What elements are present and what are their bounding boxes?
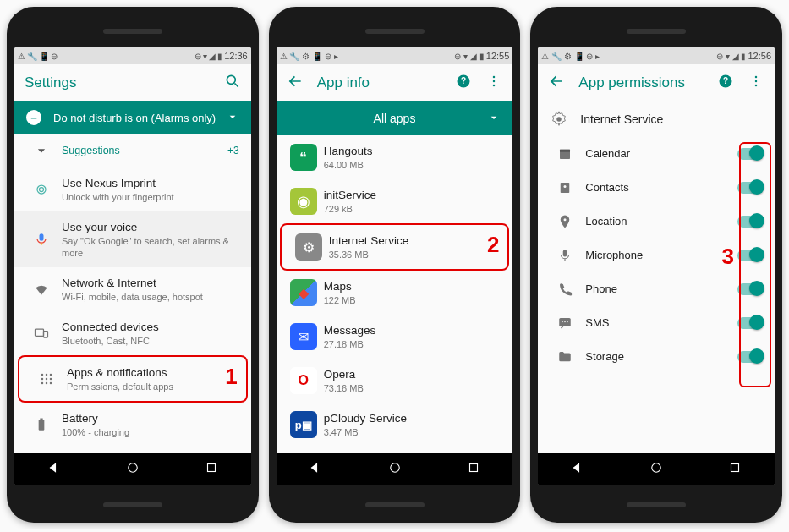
- recents-button[interactable]: [466, 460, 481, 479]
- permission-location[interactable]: Location: [538, 205, 775, 239]
- home-button[interactable]: [387, 460, 403, 479]
- settings-list: Suggestions +3 Use Nexus ImprintUnlock w…: [14, 134, 251, 453]
- app-item-maps[interactable]: ◆ Maps122 MB: [277, 271, 513, 315]
- recents-button[interactable]: [727, 460, 742, 479]
- back-button[interactable]: [570, 460, 585, 479]
- page-title: Settings: [25, 74, 211, 91]
- dnd-banner[interactable]: − Do not disturb is on (Alarms only): [14, 101, 251, 134]
- dnd-icon: ⊖: [51, 52, 58, 61]
- back-button[interactable]: [308, 460, 323, 479]
- android-icon: ◉: [290, 188, 317, 215]
- phone-2: ⚠ 🔧 ⚙ 📱 ⊖ ▸ ⊖ ▾ ◢ ▮ 12:55 App info ? All…: [269, 7, 521, 523]
- help-icon[interactable]: ?: [455, 73, 472, 93]
- svg-rect-6: [36, 329, 44, 336]
- settings-item-battery[interactable]: Battery100% - charging: [14, 403, 251, 447]
- svg-rect-50: [731, 464, 739, 472]
- svg-point-24: [129, 463, 138, 473]
- battery-icon: ▮: [217, 52, 222, 61]
- permission-calendar[interactable]: Calendar: [538, 137, 775, 171]
- suggestions-count: +3: [227, 145, 239, 156]
- app-bar: App info ?: [277, 64, 513, 101]
- permission-contacts[interactable]: Contacts: [538, 171, 775, 205]
- svg-text:?: ?: [461, 76, 466, 85]
- home-button[interactable]: [125, 460, 140, 479]
- home-button[interactable]: [649, 460, 664, 479]
- permission-microphone[interactable]: Microphone: [538, 239, 775, 272]
- svg-rect-25: [208, 464, 216, 472]
- app-item-opera[interactable]: O Opera73.16 MB: [277, 359, 513, 403]
- svg-point-28: [493, 75, 496, 78]
- settings-item-apps[interactable]: Apps & notificationsPermissions, default…: [18, 355, 248, 403]
- permission-sms[interactable]: SMS: [538, 306, 775, 340]
- app-item-internet-service[interactable]: ⚙ Internet Service35.36 MB 2: [280, 223, 510, 271]
- settings-item-imprint[interactable]: Use Nexus ImprintUnlock with your finger…: [14, 167, 251, 211]
- pcloudy-icon: p▣: [290, 411, 317, 438]
- back-icon[interactable]: [548, 73, 565, 93]
- nav-bar: [538, 453, 775, 485]
- svg-point-8: [41, 374, 44, 376]
- wifi-icon: ▾: [203, 52, 207, 61]
- toggle-switch[interactable]: [737, 317, 763, 329]
- permission-storage[interactable]: Storage: [538, 340, 775, 374]
- help-icon[interactable]: ?: [717, 73, 734, 93]
- svg-point-38: [557, 117, 562, 122]
- suggestions-row[interactable]: Suggestions +3: [14, 134, 251, 167]
- permission-phone[interactable]: Phone: [538, 272, 775, 306]
- toggle-switch[interactable]: [737, 148, 763, 160]
- svg-rect-44: [563, 250, 567, 256]
- dnd-icon: ⊖: [195, 52, 201, 61]
- chevron-down-icon: [487, 111, 501, 127]
- gear-icon: ⚙: [295, 233, 322, 261]
- svg-rect-7: [44, 332, 48, 338]
- recents-button[interactable]: [204, 460, 219, 479]
- app-item-hangouts[interactable]: ❝ Hangouts64.00 MB: [277, 135, 513, 179]
- app-name: Internet Service: [580, 112, 663, 126]
- overflow-icon[interactable]: [748, 73, 764, 93]
- back-icon[interactable]: [287, 73, 304, 93]
- settings-item-devices[interactable]: Connected devicesBluetooth, Cast, NFC: [14, 311, 251, 355]
- hangouts-icon: ❝: [290, 144, 317, 171]
- nav-bar: [14, 453, 251, 485]
- app-bar: App permissions ?: [538, 64, 775, 101]
- clock: 12:36: [224, 51, 248, 61]
- overflow-icon[interactable]: [485, 73, 502, 93]
- toggle-switch[interactable]: [737, 283, 763, 295]
- page-title: App info: [317, 74, 442, 91]
- tools-icon: 🔧: [27, 52, 37, 61]
- app-item-messages[interactable]: ✉ Messages27.18 MB: [277, 315, 513, 359]
- svg-line-1: [234, 83, 238, 86]
- app-list: ❝ Hangouts64.00 MB ◉ initService729 kB ⚙…: [277, 135, 513, 453]
- app-item-initservice[interactable]: ◉ initService729 kB: [277, 179, 513, 223]
- annotation-3: 3: [722, 244, 734, 270]
- warning-icon: ⚠: [18, 52, 25, 61]
- search-icon[interactable]: [224, 73, 241, 93]
- svg-point-48: [567, 321, 569, 323]
- svg-rect-4: [40, 233, 44, 240]
- suggestions-label: Suggestions: [62, 144, 227, 157]
- settings-item-network[interactable]: Network & InternetWi-Fi, mobile, data us…: [14, 267, 251, 311]
- settings-item-voice[interactable]: Use your voiceSay "Ok Google" to search,…: [14, 211, 251, 267]
- phone-1: ⚠ 🔧 📱 ⊖ ⊖ ▾ ◢ ▮ 12:36 Settings − Do not …: [7, 7, 259, 523]
- svg-point-42: [564, 185, 567, 188]
- svg-rect-32: [469, 464, 477, 472]
- apps-icon: [31, 370, 62, 387]
- settings-item-display[interactable]: DisplayWallpaper, sleep, font size: [14, 447, 251, 453]
- all-apps-dropdown[interactable]: All apps: [277, 101, 513, 135]
- clock: 12:55: [486, 51, 510, 61]
- toggle-switch[interactable]: [737, 351, 763, 363]
- annotation-2: 2: [487, 232, 499, 258]
- signal-icon: ◢: [209, 52, 216, 61]
- svg-point-10: [50, 374, 52, 376]
- permissions-list: Internet Service Calendar Contacts Locat…: [538, 101, 775, 453]
- toggle-switch[interactable]: [737, 216, 763, 228]
- toggle-switch[interactable]: [737, 250, 763, 261]
- battery-icon: [26, 416, 57, 433]
- chevron-down-icon: [226, 110, 239, 126]
- opera-icon: O: [290, 367, 317, 394]
- calendar-icon: [550, 146, 580, 162]
- app-item-pcloudy[interactable]: p▣ pCloudy Service3.47 MB: [277, 403, 513, 447]
- toggle-switch[interactable]: [737, 182, 763, 194]
- svg-rect-40: [560, 150, 570, 152]
- location-icon: [550, 214, 580, 229]
- back-button[interactable]: [47, 460, 62, 479]
